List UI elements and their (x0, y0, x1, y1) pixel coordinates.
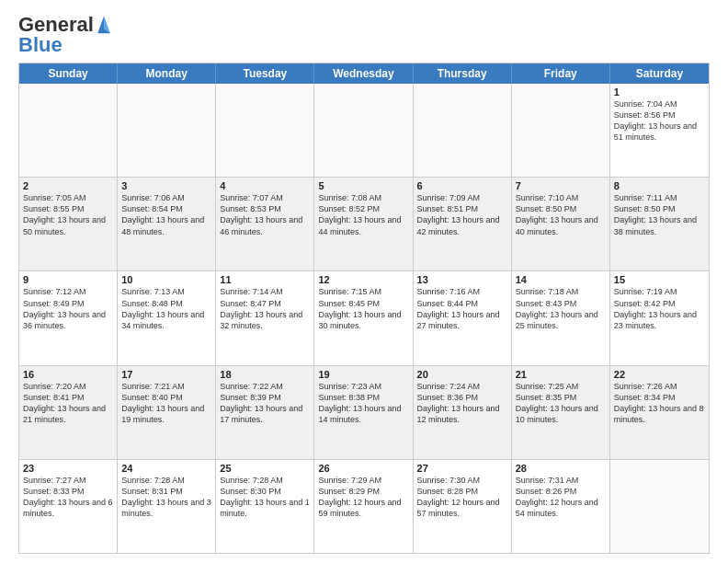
calendar-cell (512, 84, 610, 177)
cell-info: Sunrise: 7:11 AM Sunset: 8:50 PM Dayligh… (614, 192, 705, 237)
cell-info: Sunrise: 7:19 AM Sunset: 8:42 PM Dayligh… (614, 286, 705, 331)
cell-info: Sunrise: 7:23 AM Sunset: 8:38 PM Dayligh… (318, 381, 408, 426)
day-number: 15 (614, 274, 705, 285)
cell-info: Sunrise: 7:25 AM Sunset: 8:35 PM Dayligh… (516, 381, 606, 426)
calendar-cell: 19Sunrise: 7:23 AM Sunset: 8:38 PM Dayli… (314, 366, 413, 459)
calendar-cell: 2Sunrise: 7:05 AM Sunset: 8:55 PM Daylig… (19, 178, 118, 270)
day-number: 2 (23, 180, 113, 191)
cell-info: Sunrise: 7:12 AM Sunset: 8:49 PM Dayligh… (23, 286, 113, 331)
header-tuesday: Tuesday (216, 63, 314, 84)
calendar-cell (19, 84, 118, 177)
calendar-cell: 13Sunrise: 7:16 AM Sunset: 8:44 PM Dayli… (414, 271, 512, 364)
cell-info: Sunrise: 7:14 AM Sunset: 8:47 PM Dayligh… (220, 286, 310, 331)
calendar-cell: 18Sunrise: 7:22 AM Sunset: 8:39 PM Dayli… (216, 366, 314, 459)
day-number: 4 (220, 180, 310, 191)
calendar: SundayMondayTuesdayWednesdayThursdayFrid… (18, 63, 710, 554)
logo-icon (96, 15, 112, 35)
header: General Blue (18, 15, 710, 55)
header-wednesday: Wednesday (314, 63, 413, 84)
day-number: 3 (121, 180, 211, 191)
calendar-cell (216, 84, 314, 177)
cell-info: Sunrise: 7:22 AM Sunset: 8:39 PM Dayligh… (220, 381, 310, 426)
cell-info: Sunrise: 7:18 AM Sunset: 8:43 PM Dayligh… (516, 286, 606, 331)
cell-info: Sunrise: 7:09 AM Sunset: 8:51 PM Dayligh… (417, 192, 507, 237)
day-number: 7 (516, 180, 606, 191)
calendar-cell: 28Sunrise: 7:31 AM Sunset: 8:26 PM Dayli… (512, 460, 610, 553)
calendar-cell: 20Sunrise: 7:24 AM Sunset: 8:36 PM Dayli… (414, 366, 512, 459)
day-number: 28 (516, 463, 606, 474)
calendar-cell (118, 84, 216, 177)
day-number: 24 (121, 463, 211, 474)
calendar-cell: 7Sunrise: 7:10 AM Sunset: 8:50 PM Daylig… (512, 178, 610, 270)
calendar-row-1: 2Sunrise: 7:05 AM Sunset: 8:55 PM Daylig… (19, 177, 709, 270)
calendar-cell (414, 84, 512, 177)
cell-info: Sunrise: 7:07 AM Sunset: 8:53 PM Dayligh… (220, 192, 310, 237)
day-number: 12 (318, 274, 408, 285)
calendar-cell: 27Sunrise: 7:30 AM Sunset: 8:28 PM Dayli… (414, 460, 512, 553)
cell-info: Sunrise: 7:10 AM Sunset: 8:50 PM Dayligh… (516, 192, 606, 237)
calendar-cell: 22Sunrise: 7:26 AM Sunset: 8:34 PM Dayli… (610, 366, 709, 459)
calendar-cell: 23Sunrise: 7:27 AM Sunset: 8:33 PM Dayli… (19, 460, 118, 553)
calendar-body: 1Sunrise: 7:04 AM Sunset: 8:56 PM Daylig… (19, 84, 709, 553)
cell-info: Sunrise: 7:30 AM Sunset: 8:28 PM Dayligh… (417, 475, 507, 520)
calendar-row-2: 9Sunrise: 7:12 AM Sunset: 8:49 PM Daylig… (19, 270, 709, 364)
day-number: 17 (121, 369, 211, 380)
day-number: 19 (318, 369, 408, 380)
cell-info: Sunrise: 7:20 AM Sunset: 8:41 PM Dayligh… (23, 381, 113, 426)
calendar-cell (610, 460, 709, 553)
day-number: 22 (614, 369, 705, 380)
calendar-cell: 8Sunrise: 7:11 AM Sunset: 8:50 PM Daylig… (610, 178, 709, 270)
header-saturday: Saturday (610, 63, 709, 84)
calendar-cell: 25Sunrise: 7:28 AM Sunset: 8:30 PM Dayli… (216, 460, 314, 553)
calendar-row-0: 1Sunrise: 7:04 AM Sunset: 8:56 PM Daylig… (19, 84, 709, 177)
cell-info: Sunrise: 7:28 AM Sunset: 8:30 PM Dayligh… (220, 475, 310, 520)
day-number: 5 (318, 180, 408, 191)
day-number: 27 (417, 463, 507, 474)
cell-info: Sunrise: 7:24 AM Sunset: 8:36 PM Dayligh… (417, 381, 507, 426)
logo-blue-text: Blue (18, 35, 63, 55)
header-thursday: Thursday (414, 63, 512, 84)
calendar-cell: 10Sunrise: 7:13 AM Sunset: 8:48 PM Dayli… (118, 271, 216, 364)
day-number: 20 (417, 369, 507, 380)
calendar-cell: 14Sunrise: 7:18 AM Sunset: 8:43 PM Dayli… (512, 271, 610, 364)
cell-info: Sunrise: 7:08 AM Sunset: 8:52 PM Dayligh… (318, 192, 408, 237)
calendar-cell: 12Sunrise: 7:15 AM Sunset: 8:45 PM Dayli… (314, 271, 413, 364)
calendar-cell: 21Sunrise: 7:25 AM Sunset: 8:35 PM Dayli… (512, 366, 610, 459)
calendar-row-3: 16Sunrise: 7:20 AM Sunset: 8:41 PM Dayli… (19, 365, 709, 459)
day-number: 6 (417, 180, 507, 191)
day-number: 23 (23, 463, 113, 474)
day-number: 11 (220, 274, 310, 285)
calendar-cell: 24Sunrise: 7:28 AM Sunset: 8:31 PM Dayli… (118, 460, 216, 553)
calendar-cell: 15Sunrise: 7:19 AM Sunset: 8:42 PM Dayli… (610, 271, 709, 364)
calendar-cell: 17Sunrise: 7:21 AM Sunset: 8:40 PM Dayli… (118, 366, 216, 459)
day-number: 21 (516, 369, 606, 380)
day-number: 10 (121, 274, 211, 285)
calendar-cell: 3Sunrise: 7:06 AM Sunset: 8:54 PM Daylig… (118, 178, 216, 270)
header-friday: Friday (512, 63, 610, 84)
day-number: 14 (516, 274, 606, 285)
day-number: 1 (614, 86, 705, 98)
cell-info: Sunrise: 7:16 AM Sunset: 8:44 PM Dayligh… (417, 286, 507, 331)
day-number: 18 (220, 369, 310, 380)
cell-info: Sunrise: 7:27 AM Sunset: 8:33 PM Dayligh… (23, 475, 113, 520)
cell-info: Sunrise: 7:15 AM Sunset: 8:45 PM Dayligh… (318, 286, 408, 331)
cell-info: Sunrise: 7:05 AM Sunset: 8:55 PM Dayligh… (23, 192, 113, 237)
calendar-cell: 16Sunrise: 7:20 AM Sunset: 8:41 PM Dayli… (19, 366, 118, 459)
calendar-cell: 9Sunrise: 7:12 AM Sunset: 8:49 PM Daylig… (19, 271, 118, 364)
cell-info: Sunrise: 7:29 AM Sunset: 8:29 PM Dayligh… (318, 475, 408, 520)
calendar-cell: 1Sunrise: 7:04 AM Sunset: 8:56 PM Daylig… (610, 84, 709, 177)
cell-info: Sunrise: 7:13 AM Sunset: 8:48 PM Dayligh… (121, 286, 211, 331)
calendar-cell: 6Sunrise: 7:09 AM Sunset: 8:51 PM Daylig… (414, 178, 512, 270)
cell-info: Sunrise: 7:04 AM Sunset: 8:56 PM Dayligh… (614, 98, 705, 144)
day-number: 9 (23, 274, 113, 285)
calendar-cell: 26Sunrise: 7:29 AM Sunset: 8:29 PM Dayli… (314, 460, 413, 553)
calendar-cell: 5Sunrise: 7:08 AM Sunset: 8:52 PM Daylig… (314, 178, 413, 270)
cell-info: Sunrise: 7:26 AM Sunset: 8:34 PM Dayligh… (614, 381, 705, 426)
calendar-header: SundayMondayTuesdayWednesdayThursdayFrid… (19, 63, 709, 84)
calendar-cell (314, 84, 413, 177)
cell-info: Sunrise: 7:31 AM Sunset: 8:26 PM Dayligh… (516, 475, 606, 520)
calendar-cell: 11Sunrise: 7:14 AM Sunset: 8:47 PM Dayli… (216, 271, 314, 364)
header-monday: Monday (118, 63, 216, 84)
header-sunday: Sunday (19, 63, 118, 84)
page: General Blue SundayMondayTuesdayWednesda… (0, 0, 728, 563)
